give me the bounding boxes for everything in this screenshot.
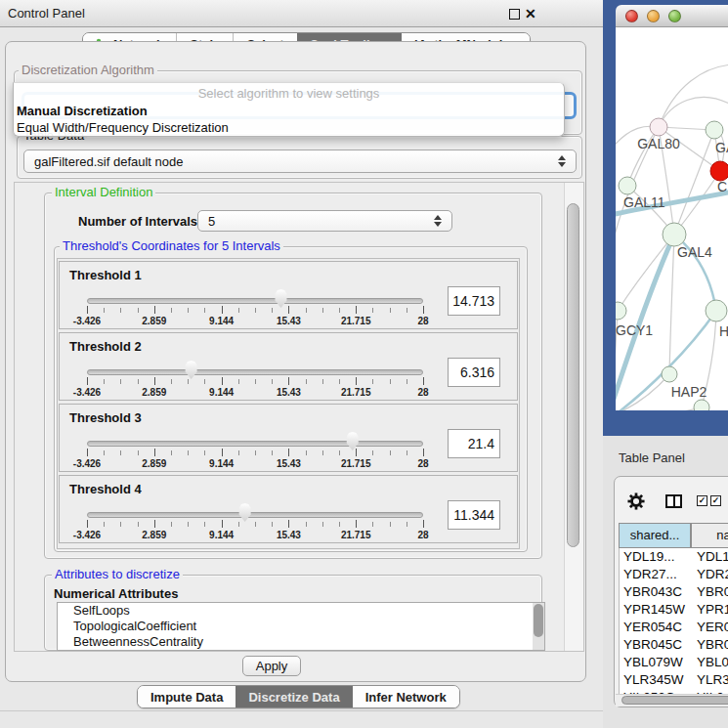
- network-window-titlebar[interactable]: [616, 5, 728, 27]
- numerical-attributes-list: SelfLoopsTopologicalCoefficientBetweenne…: [57, 602, 545, 651]
- float-window-icon[interactable]: [509, 9, 520, 20]
- slider-tick-label: 9.144: [209, 458, 234, 469]
- cell-name: YER0: [697, 619, 728, 636]
- slider-major-tick: [288, 306, 289, 314]
- table-row[interactable]: YER054CYER0: [620, 619, 728, 636]
- tab-infer-network[interactable]: Infer Network: [353, 686, 459, 707]
- combo-spinner-icon: [434, 215, 443, 227]
- slider-major-tick: [222, 520, 223, 528]
- cell-name: YPR1: [697, 601, 728, 619]
- bottom-tab-bar: Impute DataDiscretize DataInfer Network: [137, 685, 460, 708]
- threshold-slider-track[interactable]: [87, 369, 423, 375]
- slider-tick-label: 28: [417, 387, 428, 398]
- slider-tick-label: 9.144: [209, 387, 234, 398]
- cell-shared-name: YBR045C: [623, 636, 694, 654]
- close-icon[interactable]: ✕: [525, 4, 536, 23]
- table-row[interactable]: YPR145WYPR1: [620, 601, 728, 619]
- slider-tick-label: 15.43: [277, 316, 301, 326]
- slider-tick-label: 9.144: [209, 530, 234, 540]
- threshold-value-field[interactable]: 11.344: [448, 500, 500, 530]
- attribute-item[interactable]: TopologicalCoefficient: [58, 619, 544, 634]
- node-label: GA: [715, 140, 728, 155]
- network-node[interactable]: [694, 400, 709, 410]
- checkbox-icon[interactable]: ✓: [710, 495, 721, 506]
- table-row[interactable]: YLR345WYLR3: [620, 671, 728, 689]
- node-table-rows: YDL19...YDL1YDR27...YDR2YBR043CYBR0YPR14…: [619, 548, 728, 694]
- table-data-combobox[interactable]: galFiltered.sif default node: [23, 150, 577, 173]
- node-label: GAL4: [677, 244, 712, 260]
- gear-icon[interactable]: [627, 492, 645, 510]
- attribute-item[interactable]: SelfLoops: [58, 603, 544, 619]
- divider: [0, 710, 603, 711]
- threshold-row: Threshold 1-3.4262.8599.14415.4321.71528…: [59, 261, 518, 329]
- table-row[interactable]: YDL19...YDL1: [620, 548, 728, 566]
- threshold-row: Threshold 4-3.4262.8599.14415.4321.71528…: [59, 475, 518, 543]
- cell-shared-name: YLR345W: [623, 671, 694, 689]
- threshold-slider-thumb[interactable]: [237, 503, 252, 522]
- table-row[interactable]: YDR27...YDR2: [620, 566, 728, 583]
- tab-impute-data[interactable]: Impute Data: [138, 686, 236, 707]
- slider-major-tick: [87, 520, 88, 528]
- zoom-traffic-light-icon[interactable]: [668, 10, 681, 22]
- node-label: GCY1: [616, 322, 653, 338]
- combo-spinner-icon: [558, 155, 567, 167]
- algorithm-popup-hint: Select algorithm to view settings: [14, 86, 564, 101]
- close-traffic-light-icon[interactable]: [625, 10, 638, 22]
- network-node-hap2[interactable]: [662, 366, 677, 382]
- threshold-slider-thumb[interactable]: [184, 361, 198, 379]
- slider-tick-label: 21.715: [341, 530, 371, 540]
- slider-major-tick: [356, 306, 357, 314]
- slider-major-tick: [356, 449, 357, 456]
- slider-minor-ticks: [87, 379, 424, 384]
- threshold-value-field[interactable]: 6.316: [448, 358, 500, 387]
- table-row[interactable]: YBR043CYBR0: [620, 583, 728, 601]
- numerical-attributes-label: Numerical Attributes: [54, 586, 178, 601]
- threshold-slider-thumb[interactable]: [274, 289, 288, 308]
- threshold-value-field[interactable]: 21.4: [448, 429, 500, 458]
- network-node-gal11[interactable]: [619, 177, 636, 194]
- threshold-slider-track[interactable]: [87, 512, 423, 518]
- slider-major-tick: [356, 520, 357, 528]
- algorithm-option-manual-discretization[interactable]: Manual Discretization: [17, 103, 544, 119]
- table-row[interactable]: YBL079WYBL0: [620, 654, 728, 671]
- threshold-coordinates-title: Threshold's Coordinates for 5 Intervals: [60, 239, 283, 253]
- threshold-slider-track[interactable]: [87, 441, 423, 447]
- threshold-value-field[interactable]: 14.713: [448, 286, 500, 316]
- apply-button[interactable]: Apply: [242, 656, 301, 676]
- column-header-shared-name[interactable]: shared...: [619, 523, 691, 548]
- network-canvas[interactable]: GAL80GACGAL11GAL4GCY1HHAP2: [616, 27, 728, 410]
- slider-tick-label: 15.43: [277, 458, 301, 469]
- threshold-slider-thumb[interactable]: [345, 432, 360, 450]
- checkbox-icon[interactable]: ✓: [697, 495, 707, 506]
- split-columns-icon[interactable]: [665, 494, 682, 508]
- column-header-name[interactable]: name: [691, 523, 728, 548]
- network-node-ga[interactable]: [706, 121, 723, 139]
- slider-tick-label: 15.43: [277, 530, 301, 540]
- threshold-row: Threshold 3-3.4262.8599.14415.4321.71528…: [59, 404, 518, 472]
- cell-shared-name: YBL079W: [623, 654, 694, 671]
- algorithm-dropdown-popup: Select algorithm to view settings Manual…: [13, 82, 565, 137]
- table-row[interactable]: YBR045CYBR0: [620, 636, 728, 654]
- attributes-scrollbar-thumb[interactable]: [534, 604, 543, 637]
- attribute-item[interactable]: BetweennessCentrality: [58, 634, 544, 650]
- cell-shared-name: YBR043C: [623, 583, 694, 601]
- network-node-gal4[interactable]: [663, 223, 686, 246]
- algorithm-option-equal-width-frequency-discretization[interactable]: Equal Width/Frequency Discretization: [17, 119, 544, 136]
- number-of-intervals-combobox[interactable]: 5: [197, 210, 452, 232]
- tab-discretize-data[interactable]: Discretize Data: [236, 686, 352, 707]
- number-of-intervals-value: 5: [208, 211, 215, 233]
- threshold-row: Threshold 2-3.4262.8599.14415.4321.71528…: [59, 332, 518, 401]
- threshold-slider-track[interactable]: [87, 298, 423, 304]
- threshold-label: Threshold 1: [69, 268, 142, 282]
- network-node-c[interactable]: [710, 161, 728, 181]
- slider-tick-label: 2.859: [142, 316, 166, 326]
- slider-major-tick: [423, 377, 424, 385]
- network-node-gal80[interactable]: [650, 118, 667, 136]
- slider-tick-label: -3.426: [73, 458, 101, 469]
- minimize-traffic-light-icon[interactable]: [647, 10, 660, 22]
- vertical-scrollbar-thumb[interactable]: [567, 203, 579, 547]
- horizontal-scrollbar-thumb[interactable]: [621, 696, 728, 705]
- slider-major-tick: [87, 449, 88, 456]
- network-node-h[interactable]: [706, 300, 727, 321]
- network-node-gcy1[interactable]: [616, 302, 626, 320]
